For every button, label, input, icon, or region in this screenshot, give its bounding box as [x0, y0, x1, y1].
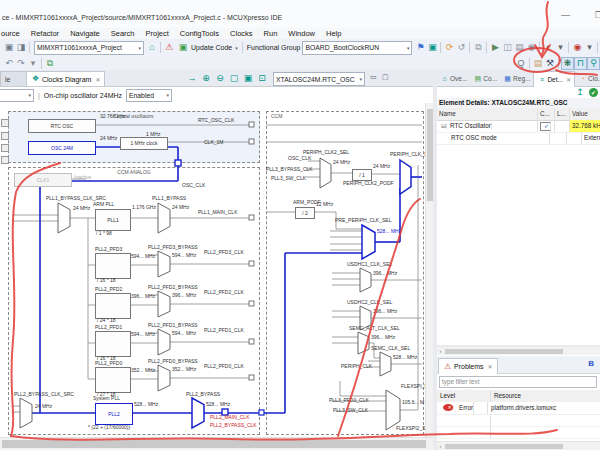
rtc-osc-block[interactable]: RTC OSC	[28, 119, 96, 133]
menu-refactor[interactable]: Refactor	[27, 29, 59, 38]
config-tools-icon[interactable]: ⚒	[544, 58, 556, 70]
tab-overview[interactable]: ⌂Ove...	[437, 71, 470, 86]
tab-clocks[interactable]: ◔Clo...	[575, 71, 600, 86]
stack-icon[interactable]: ▤	[513, 42, 525, 54]
save-all-icon[interactable]: ◨	[15, 42, 27, 54]
functional-group-combo[interactable]: BOARD_BootClockRUN▾	[302, 41, 412, 55]
mode-value[interactable]: External cr	[582, 132, 600, 144]
revert-icon[interactable]: ↺	[455, 42, 467, 54]
menu-navigate[interactable]: Navigate	[66, 29, 100, 38]
problems-filter-input[interactable]: type filter text	[439, 376, 597, 388]
tab-clocks-diagram[interactable]: ❖Clocks Diagram✕	[26, 71, 105, 86]
side-button[interactable]: B	[588, 359, 594, 368]
step-icon[interactable]: ◫	[501, 42, 513, 54]
details-hscrollbar[interactable]: ‹	[437, 347, 600, 355]
problems-hscrollbar[interactable]: ‹	[437, 441, 600, 450]
element-combo[interactable]: XTALOSC24M.RTC_OSC▾	[273, 72, 365, 86]
tab-partial[interactable]: le	[0, 71, 28, 86]
flag-icon[interactable]: ⚑	[414, 42, 426, 54]
error-marker-icon[interactable]: ⚠	[163, 42, 175, 54]
close-tab-icon[interactable]: ✕	[95, 76, 100, 83]
mux[interactable]	[362, 225, 375, 259]
show-detail-icon[interactable]: ⊡	[256, 72, 268, 84]
menu-search[interactable]: Search	[107, 29, 135, 38]
zoom-out-icon[interactable]: ⊖	[214, 72, 226, 84]
last-edit-location-icon[interactable]: ⧉	[44, 57, 56, 69]
tab-problems[interactable]: ⚠Problems✕	[438, 358, 498, 374]
dropdown-caret-icon[interactable]: ▾	[554, 42, 566, 54]
maximize-button[interactable]: ❐	[595, 10, 600, 20]
navigate-to-icon[interactable]: →	[186, 72, 198, 84]
frequency-value[interactable]: 32.768 kHz	[570, 120, 600, 132]
oscillator-enabled-combo[interactable]: Enabled▾	[126, 89, 172, 102]
pll2-pfd1-block[interactable]	[95, 331, 131, 357]
dropdown-caret-icon[interactable]: ▾	[583, 42, 595, 54]
maximize-view-icon[interactable]: ▢	[382, 73, 389, 81]
timing-diagram-icon[interactable]: ⊓	[574, 57, 587, 70]
zoom-fit-icon[interactable]: ▢	[228, 72, 240, 84]
forward-icon[interactable]: ↷	[15, 57, 27, 69]
diagram-canvas[interactable]: Crystal oscillatorsCCM ANALOGCCMRTC OSCO…	[0, 103, 425, 437]
mux[interactable]	[58, 203, 70, 233]
menu-help[interactable]: Help	[322, 29, 341, 38]
clk1-block[interactable]: CLK1	[14, 173, 72, 187]
apply-icon[interactable]: ✔	[589, 88, 598, 97]
clocks-tool-icon[interactable]: ❋	[561, 57, 574, 70]
mux[interactable]	[386, 390, 400, 430]
save-icon[interactable]: ▣	[3, 42, 15, 54]
arm-podf-block[interactable]: / 2	[295, 207, 315, 219]
run-group-combo[interactable]: UN▾	[0, 89, 34, 102]
search-icon[interactable]: Q	[515, 58, 527, 70]
mux[interactable]	[358, 332, 369, 354]
menu-clocks[interactable]: Clocks	[226, 29, 253, 38]
pins-tool-icon[interactable]: ⚲	[587, 57, 600, 70]
close-tab-icon[interactable]: ✕	[488, 363, 493, 370]
tab-code[interactable]: ▤Co...	[470, 71, 500, 86]
minimize-button[interactable]: —	[561, 10, 570, 20]
collapse-all-icon[interactable]: ↥	[574, 87, 586, 99]
diagram-hscrollbar[interactable]	[0, 437, 433, 450]
open-window-icon[interactable]: ⧉	[472, 42, 484, 54]
mux[interactable]	[20, 398, 32, 428]
menu-run[interactable]: Run	[260, 29, 278, 38]
menu-ource[interactable]: ource	[0, 29, 20, 38]
show-overview-icon[interactable]: ▣	[242, 72, 254, 84]
console-icon[interactable]: ▣	[426, 42, 438, 54]
mux[interactable]	[192, 398, 204, 428]
tab-details[interactable]: ≡Det...✕	[533, 71, 575, 87]
run-icon[interactable]: ▶	[489, 42, 501, 54]
tab-registers[interactable]: ▦Reg...	[500, 71, 533, 86]
close-tab-icon[interactable]: ✕	[566, 76, 571, 83]
menu-window[interactable]: Window	[284, 29, 315, 38]
clipboard-icon[interactable]: ▤	[532, 58, 544, 70]
debug-config-icon[interactable]: ◉	[571, 42, 583, 54]
mux[interactable]	[158, 365, 170, 391]
pll2-pfd3-block[interactable]	[95, 253, 131, 279]
minimize-view-icon[interactable]: ▭	[370, 73, 377, 81]
osc-24m-block[interactable]: OSC 24M	[28, 141, 96, 155]
mux[interactable]	[320, 158, 331, 188]
pll2-block[interactable]: PLL2	[95, 403, 133, 425]
mux[interactable]	[360, 268, 371, 292]
mux[interactable]	[158, 203, 170, 233]
annotated-toolbar-icon[interactable]: ◐	[542, 42, 554, 54]
pll2-pfd2-block[interactable]	[95, 293, 131, 319]
mux[interactable]	[158, 329, 170, 355]
pll1-block[interactable]: PLL1	[95, 209, 131, 231]
mux[interactable]	[400, 160, 411, 194]
expander-icon[interactable]: ⊟	[439, 123, 447, 129]
zoom-in-icon[interactable]: ⊕	[200, 72, 212, 84]
1mhz-clock-block[interactable]: 1 MHz clock	[120, 137, 168, 150]
menu-configtools[interactable]: ConfigTools	[176, 29, 219, 38]
details-row-rtc-osc-mode[interactable]: RTC OSC mode External cr	[437, 132, 600, 145]
refresh-icon[interactable]: ⟳	[443, 42, 455, 54]
history-caret-icon[interactable]: ▾	[27, 57, 39, 69]
mux[interactable]	[158, 251, 170, 277]
profile-icon[interactable]: ◉	[525, 42, 537, 54]
back-icon[interactable]: ↶	[3, 57, 15, 69]
menu-project[interactable]: Project	[142, 29, 169, 38]
update-code-button[interactable]: ▣Update Code▾	[177, 42, 238, 54]
home-icon[interactable]: ⌂	[146, 42, 158, 54]
checkbox[interactable]: ✓	[540, 122, 551, 131]
mux[interactable]	[380, 352, 391, 376]
